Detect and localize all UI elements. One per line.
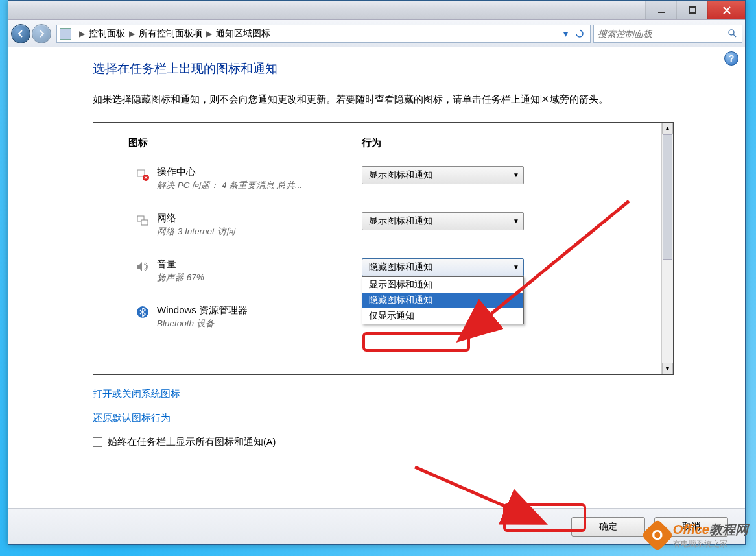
- titlebar: [8, 1, 745, 20]
- action-center-icon: [128, 166, 157, 182]
- column-header-behaviors: 行为: [362, 137, 638, 149]
- breadcrumb[interactable]: ▶ 控制面板 ▶ 所有控制面板项 ▶ 通知区域图标 ▾: [56, 25, 591, 43]
- breadcrumb-item[interactable]: 通知区域图标: [216, 28, 270, 40]
- dropdown-option[interactable]: 仅显示通知: [362, 308, 523, 324]
- svg-rect-5: [141, 220, 148, 225]
- chevron-down-icon: ▼: [513, 171, 519, 178]
- svg-rect-1: [689, 7, 696, 13]
- search-box[interactable]: [593, 25, 742, 43]
- watermark-badge-icon: O: [641, 519, 674, 552]
- help-icon[interactable]: ?: [724, 51, 738, 66]
- page-title: 选择在任务栏上出现的图标和通知: [93, 60, 674, 77]
- scroll-down-button[interactable]: ▼: [662, 363, 673, 374]
- scrollbar[interactable]: ▲ ▼: [661, 123, 673, 374]
- location-icon: [60, 28, 71, 40]
- row-subtitle: 网络 3 Internet 访问: [157, 226, 362, 237]
- maximize-button[interactable]: [676, 1, 707, 19]
- behavior-dropdown[interactable]: 显示图标和通知 ▼: [362, 212, 524, 230]
- network-icon: [128, 212, 157, 228]
- always-show-checkbox[interactable]: [93, 437, 102, 447]
- breadcrumb-item[interactable]: 所有控制面板项: [139, 28, 202, 40]
- scroll-up-button[interactable]: ▲: [662, 123, 673, 134]
- row-subtitle: 扬声器 67%: [157, 272, 362, 284]
- column-header-icons: 图标: [128, 137, 362, 149]
- search-input[interactable]: [598, 29, 721, 39]
- bluetooth-icon: [128, 304, 157, 319]
- chevron-right-icon: ▶: [129, 29, 135, 38]
- row-title: 音量: [157, 258, 362, 271]
- refresh-button[interactable]: [571, 25, 587, 42]
- chevron-down-icon: ▼: [513, 263, 519, 271]
- table-row: 操作中心 解决 PC 问题： 4 条重要消息 总共... 显示图标和通知 ▼: [128, 166, 638, 191]
- chevron-right-icon: ▶: [79, 29, 85, 38]
- dropdown-option[interactable]: 显示图标和通知: [362, 277, 523, 293]
- svg-rect-0: [658, 12, 665, 13]
- checkbox-label: 始终在任务栏上显示所有图标和通知(A): [108, 436, 276, 448]
- restore-defaults-link[interactable]: 还原默认图标行为: [93, 412, 674, 424]
- content-area: ? 选择在任务栏上出现的图标和通知 如果选择隐藏图标和通知，则不会向您通知更改和…: [8, 47, 745, 505]
- breadcrumb-item[interactable]: 控制面板: [89, 28, 125, 40]
- address-bar: ▶ 控制面板 ▶ 所有控制面板项 ▶ 通知区域图标 ▾: [8, 20, 745, 47]
- ok-button[interactable]: 确定: [571, 517, 645, 537]
- row-title: 操作中心: [157, 166, 362, 178]
- table-row: 音量 扬声器 67% 隐藏图标和通知 ▼ 显示图标和通知 隐藏图标和通知 仅显示…: [128, 258, 638, 284]
- row-title: 网络: [157, 212, 362, 224]
- back-button[interactable]: [11, 24, 30, 43]
- icon-table: 图标 行为 操作中心 解决 PC 问题： 4 条重要消息 总共... 显示图标和…: [93, 122, 674, 375]
- close-button[interactable]: [707, 1, 745, 19]
- dropdown-list: 显示图标和通知 隐藏图标和通知 仅显示通知: [362, 276, 524, 324]
- dropdown-arrow-icon[interactable]: ▾: [563, 29, 568, 39]
- row-subtitle: Bluetooth 设备: [157, 318, 362, 330]
- page-description: 如果选择隐藏图标和通知，则不会向您通知更改和更新。若要随时查看隐藏的图标，请单击…: [93, 91, 674, 108]
- control-panel-window: ▶ 控制面板 ▶ 所有控制面板项 ▶ 通知区域图标 ▾ ? 选择在任务栏上出现的…: [8, 0, 746, 545]
- scroll-thumb[interactable]: [663, 134, 672, 260]
- svg-point-2: [729, 30, 734, 35]
- volume-icon: [128, 258, 157, 274]
- minimize-button[interactable]: [645, 1, 676, 19]
- row-title: Windows 资源管理器: [157, 304, 362, 317]
- dropdown-option[interactable]: 隐藏图标和通知: [362, 293, 523, 308]
- chevron-down-icon: ▼: [513, 217, 519, 224]
- toggle-system-icons-link[interactable]: 打开或关闭系统图标: [93, 388, 674, 400]
- chevron-right-icon: ▶: [206, 29, 212, 38]
- table-row: 网络 网络 3 Internet 访问 显示图标和通知 ▼: [128, 212, 638, 237]
- forward-button[interactable]: [32, 24, 51, 43]
- behavior-dropdown[interactable]: 隐藏图标和通知 ▼: [362, 258, 524, 276]
- row-subtitle: 解决 PC 问题： 4 条重要消息 总共...: [157, 180, 362, 191]
- behavior-dropdown[interactable]: 显示图标和通知 ▼: [362, 166, 524, 184]
- search-icon: [727, 29, 738, 39]
- dialog-footer: 确定 取消: [8, 508, 745, 544]
- watermark: O Office教程网 有电脑系统之家: [646, 521, 748, 550]
